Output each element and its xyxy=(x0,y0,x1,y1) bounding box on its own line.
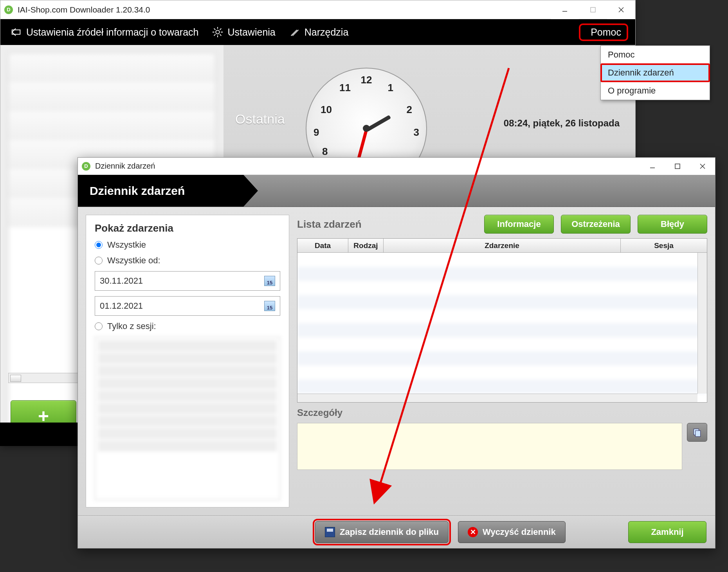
svg-rect-1 xyxy=(591,7,595,12)
app-icon: D xyxy=(4,5,13,14)
pill-err[interactable]: Błędy xyxy=(638,215,707,234)
log-minimize-button[interactable] xyxy=(640,158,665,175)
radio-session[interactable]: Tylko z sesji: xyxy=(95,321,280,331)
svg-rect-10 xyxy=(675,164,680,169)
radio-session-label: Tylko z sesji: xyxy=(107,321,156,331)
date-to-value: 01.12.2021 xyxy=(100,301,143,311)
col-kind[interactable]: Rodzaj xyxy=(348,239,384,252)
menu-tools[interactable]: Narzędzia xyxy=(286,24,352,40)
save-log-button[interactable]: Zapisz dziennik do pliku xyxy=(315,521,449,543)
help-dropdown-help[interactable]: Pomoc xyxy=(601,46,710,64)
log-window-controls xyxy=(640,158,715,176)
session-list-blurred[interactable] xyxy=(95,337,280,500)
maximize-button[interactable] xyxy=(579,0,607,19)
svg-point-5 xyxy=(216,30,220,34)
date-to-input[interactable]: 01.12.2021 15 xyxy=(95,296,280,316)
events-table[interactable]: Data Rodzaj Zdarzenie Sesja xyxy=(297,238,707,403)
back-icon xyxy=(11,26,22,38)
menu-settings-label: Ustawienia xyxy=(227,27,275,38)
eventlog-window: D Dziennik zdarzeń Dziennik zdarzeń Poka… xyxy=(77,157,715,549)
pill-info[interactable]: Informacje xyxy=(484,215,554,234)
date-from-input[interactable]: 30.11.2021 15 xyxy=(95,271,280,291)
log-ribbon: Dziennik zdarzeń xyxy=(78,175,715,207)
radio-from-input[interactable] xyxy=(95,257,103,264)
log-close-button[interactable] xyxy=(690,158,715,175)
main-titlebar[interactable]: D IAI-Shop.com Downloader 1.20.34.0 xyxy=(0,0,635,19)
svg-line-6 xyxy=(291,30,297,36)
log-titlebar[interactable]: D Dziennik zdarzeń xyxy=(78,158,715,175)
col-date[interactable]: Data xyxy=(297,239,348,252)
details-heading: Szczegóły xyxy=(297,407,707,418)
col-event[interactable]: Zdarzenie xyxy=(384,239,621,252)
table-scrollbar-h[interactable] xyxy=(297,394,697,402)
log-title: Dziennik zdarzeń xyxy=(95,162,155,171)
menu-sources-label: Ustawienia źródeł informacji o towarach xyxy=(26,27,198,38)
help-dropdown: Pomoc Dziennik zdarzeń O programie xyxy=(600,45,710,100)
radio-from-label: Wszystkie od: xyxy=(107,255,160,266)
calendar-icon[interactable]: 15 xyxy=(264,276,275,286)
clear-log-button[interactable]: ✕ Wyczyść dziennik xyxy=(458,521,566,543)
details-textbox[interactable] xyxy=(297,423,682,470)
svg-rect-14 xyxy=(696,431,701,437)
radio-all-input[interactable] xyxy=(95,241,103,249)
date-from-value: 30.11.2021 xyxy=(100,276,143,286)
calendar-icon[interactable]: 15 xyxy=(264,301,275,311)
radio-all-label: Wszystkie xyxy=(107,240,146,250)
close-log-label: Zamknij xyxy=(651,527,683,537)
menu-help-label: Pomoc xyxy=(591,27,621,38)
log-ribbon-title: Dziennik zdarzeń xyxy=(78,175,258,207)
log-maximize-button[interactable] xyxy=(665,158,690,175)
radio-session-input[interactable] xyxy=(95,322,103,330)
col-session[interactable]: Sesja xyxy=(621,239,707,252)
menu-help-highlighted[interactable]: Pomoc xyxy=(579,23,628,41)
svg-line-7 xyxy=(292,30,298,36)
save-log-label: Zapisz dziennik do pliku xyxy=(340,527,439,537)
help-dropdown-about[interactable]: O programie xyxy=(601,82,710,100)
menu-settings[interactable]: Ustawienia xyxy=(209,24,278,40)
floppy-icon xyxy=(325,527,335,537)
last-sync-label: Ostatnia xyxy=(235,112,285,127)
x-circle-icon: ✕ xyxy=(468,527,478,537)
close-log-button[interactable]: Zamknij xyxy=(628,521,706,543)
events-heading: Lista zdarzeń xyxy=(297,218,477,230)
filter-panel: Pokaż zdarzenia Wszystkie Wszystkie od: … xyxy=(78,207,297,515)
copy-details-button[interactable] xyxy=(687,423,707,442)
tools-icon xyxy=(289,26,301,38)
events-table-header: Data Rodzaj Zdarzenie Sesja xyxy=(297,239,707,253)
events-panel: Lista zdarzeń Informacje Ostrzeżenia Błę… xyxy=(297,207,715,515)
window-controls xyxy=(551,0,635,19)
close-button[interactable] xyxy=(607,0,635,19)
help-dropdown-eventlog[interactable]: Dziennik zdarzeń xyxy=(601,64,710,82)
main-title: IAI-Shop.com Downloader 1.20.34.0 xyxy=(18,5,150,14)
radio-all[interactable]: Wszystkie xyxy=(95,240,280,250)
gear-icon xyxy=(212,26,223,38)
main-menubar: Ustawienia źródeł informacji o towarach … xyxy=(0,19,635,45)
filter-heading: Pokaż zdarzenia xyxy=(95,222,280,234)
clear-log-label: Wyczyść dziennik xyxy=(483,527,556,537)
copy-icon xyxy=(692,427,702,437)
decorative-strip xyxy=(0,423,77,446)
table-scrollbar-v[interactable] xyxy=(697,253,707,394)
log-footer: Zapisz dziennik do pliku ✕ Wyczyść dzien… xyxy=(78,515,715,548)
radio-from[interactable]: Wszystkie od: xyxy=(95,255,280,266)
minimize-button[interactable] xyxy=(551,0,579,19)
menu-tools-label: Narzędzia xyxy=(305,27,349,38)
current-datetime: 08:24, piątek, 26 listopada xyxy=(504,118,620,129)
pill-warn[interactable]: Ostrzeżenia xyxy=(561,215,631,234)
menu-sources[interactable]: Ustawienia źródeł informacji o towarach xyxy=(7,24,202,40)
app-icon: D xyxy=(82,162,90,171)
